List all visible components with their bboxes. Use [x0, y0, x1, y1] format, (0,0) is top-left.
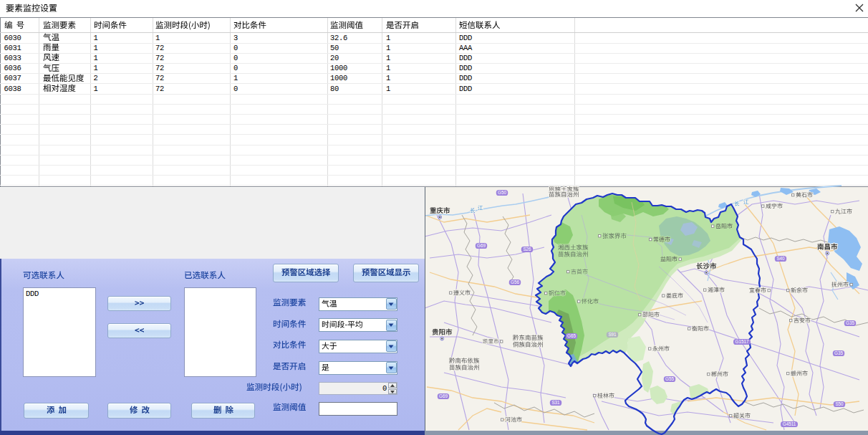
- svg-text:G65: G65: [567, 333, 576, 338]
- svg-text:G56: G56: [511, 279, 519, 285]
- svg-text:G69: G69: [439, 393, 448, 398]
- svg-text:S50: S50: [835, 401, 844, 406]
- svg-text:S40: S40: [776, 256, 785, 261]
- svg-text:G35: G35: [834, 350, 843, 355]
- svg-text:G55: G55: [665, 376, 674, 381]
- svg-text:S91: S91: [608, 332, 617, 337]
- svg-text:G1517: G1517: [736, 339, 749, 344]
- svg-text:S31: S31: [551, 400, 560, 405]
- svg-text:G4511: G4511: [783, 421, 796, 426]
- svg-text:G50: G50: [498, 190, 506, 195]
- svg-text:G69: G69: [477, 243, 486, 248]
- svg-text:G35: G35: [846, 320, 854, 325]
- svg-text:S26: S26: [523, 247, 531, 252]
